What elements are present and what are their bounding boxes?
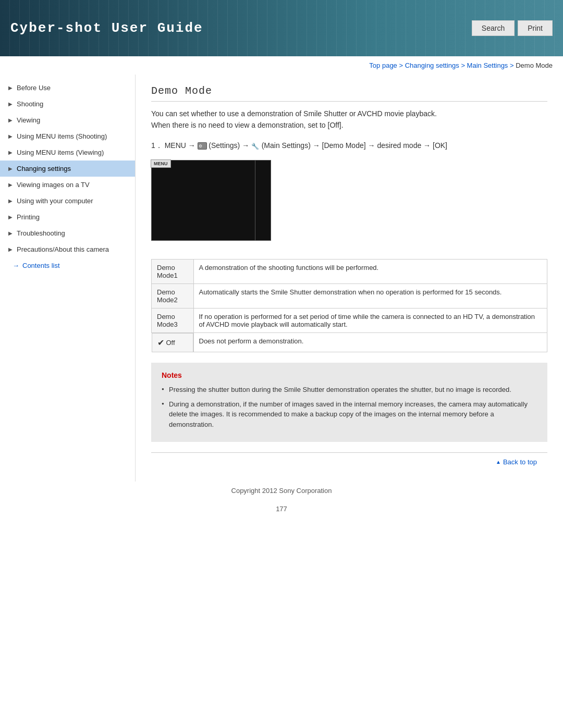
chevron-right-icon: ▶: [8, 150, 13, 155]
table-row: Demo Mode1 A demonstration of the shooti…: [152, 259, 547, 283]
demo-mode-table: Demo Mode1 A demonstration of the shooti…: [151, 259, 547, 353]
sidebar-item-troubleshooting[interactable]: ▶ Troubleshooting: [0, 225, 135, 241]
menu-button-label: MENU: [151, 159, 171, 168]
contents-list-link[interactable]: → Contents list: [0, 257, 135, 274]
breadcrumb-current: Demo Mode: [516, 61, 553, 69]
list-item: Pressing the shutter button during the S…: [162, 385, 537, 395]
notes-title: Notes: [162, 371, 537, 379]
sidebar-item-viewing[interactable]: ▶ Viewing: [0, 112, 135, 128]
sidebar-item-label: Troubleshooting: [17, 229, 65, 237]
step-main-settings: (Main Settings) → [Demo Mode] → desired …: [262, 141, 447, 150]
chevron-right-icon: ▶: [8, 198, 13, 204]
sidebar-item-label: Using MENU items (Shooting): [17, 132, 107, 140]
main-settings-icon: 🔧: [251, 142, 262, 150]
sidebar-item-label: Before Use: [17, 84, 51, 92]
camera-screen: MENU: [151, 160, 255, 241]
notes-section: Notes Pressing the shutter button during…: [151, 363, 547, 442]
sidebar-item-label: Using MENU items (Viewing): [17, 149, 104, 156]
mode-cell: ✔ Off: [152, 333, 193, 352]
breadcrumb-main-settings[interactable]: Main Settings: [467, 61, 508, 69]
arrow-right-icon: →: [13, 262, 19, 269]
step-menu: MENU →: [165, 141, 195, 150]
breadcrumb-changing-settings[interactable]: Changing settings: [405, 61, 459, 69]
description-cell: Does not perform a demonstration.: [193, 332, 547, 352]
page-number: 177: [0, 500, 563, 518]
description-line1: You can set whether to use a demonstrati…: [151, 108, 547, 119]
camera-screenshot: MENU: [151, 160, 271, 249]
chevron-right-icon: ▶: [8, 214, 13, 220]
table-row: Demo Mode3 If no operation is performed …: [152, 308, 547, 332]
camera-side-panel: [255, 160, 271, 241]
mode-cell: Demo Mode3: [152, 308, 194, 332]
chevron-right-icon: ▶: [8, 182, 13, 188]
back-to-top-link[interactable]: Back to top: [496, 458, 537, 466]
chevron-right-icon: ▶: [8, 101, 13, 107]
sidebar-item-using-menu-shooting[interactable]: ▶ Using MENU items (Shooting): [0, 128, 135, 144]
step-instruction: 1． MENU → ⚙ (Settings) → 🔧 (Main Setting…: [151, 140, 547, 152]
list-item: During a demonstration, if the number of…: [162, 399, 537, 430]
sidebar-item-shooting[interactable]: ▶ Shooting: [0, 96, 135, 112]
sidebar: ▶ Before Use ▶ Shooting ▶ Viewing ▶ Usin…: [0, 75, 136, 482]
sidebar-item-label: Viewing images on a TV: [17, 181, 90, 189]
step-settings-label: (Settings) →: [209, 141, 249, 150]
settings-icon: ⚙: [198, 142, 209, 150]
table-row: Demo Mode2 Automatically starts the Smil…: [152, 283, 547, 308]
site-title: Cyber-shot User Guide: [10, 20, 203, 36]
chevron-right-icon: ▶: [8, 117, 13, 123]
header-actions: Search Print: [472, 20, 553, 36]
sidebar-item-before-use[interactable]: ▶ Before Use: [0, 80, 135, 96]
search-button[interactable]: Search: [472, 20, 515, 36]
description-cell: If no operation is performed for a set p…: [193, 308, 547, 332]
sidebar-item-label: Viewing: [17, 116, 40, 124]
sidebar-item-precautions[interactable]: ▶ Precautions/About this camera: [0, 241, 135, 257]
print-button[interactable]: Print: [518, 20, 553, 36]
page-title: Demo Mode: [151, 85, 547, 102]
sidebar-item-label: Printing: [17, 213, 40, 221]
sidebar-item-label: Shooting: [17, 100, 43, 108]
sidebar-item-label: Using with your computer: [17, 197, 93, 205]
sidebar-item-label: Changing settings: [17, 165, 71, 172]
copyright: Copyright 2012 Sony Corporation: [0, 482, 563, 500]
description-cell: A demonstration of the shooting function…: [193, 259, 547, 283]
description-line2: When there is no need to view a demonstr…: [151, 119, 547, 131]
sidebar-item-using-menu-viewing[interactable]: ▶ Using MENU items (Viewing): [0, 144, 135, 161]
description-cell: Automatically starts the Smile Shutter d…: [193, 283, 547, 308]
sidebar-item-label: Precautions/About this camera: [17, 245, 109, 253]
contents-list-label: Contents list: [22, 262, 60, 269]
site-header: Cyber-shot User Guide Search Print: [0, 0, 563, 56]
sidebar-item-using-computer[interactable]: ▶ Using with your computer: [0, 193, 135, 209]
chevron-right-icon: ▶: [8, 85, 13, 91]
breadcrumb: Top page > Changing settings > Main Sett…: [0, 56, 563, 75]
chevron-right-icon: ▶: [8, 246, 13, 252]
main-content: Demo Mode You can set whether to use a d…: [136, 75, 563, 482]
table-row: ✔ Off Does not perform a demonstration.: [152, 332, 547, 352]
mode-cell: Demo Mode1: [152, 259, 194, 283]
off-label: Off: [166, 339, 175, 347]
page-description: You can set whether to use a demonstrati…: [151, 108, 547, 131]
mode-cell: Demo Mode2: [152, 283, 194, 308]
step-number: 1．: [151, 141, 163, 150]
checkmark-icon: ✔: [157, 338, 164, 348]
svg-text:🔧: 🔧: [251, 142, 259, 150]
notes-list: Pressing the shutter button during the S…: [162, 385, 537, 429]
content-footer: Back to top: [151, 452, 547, 471]
chevron-right-icon: ▶: [8, 230, 13, 236]
sidebar-item-printing[interactable]: ▶ Printing: [0, 209, 135, 225]
chevron-right-icon: ▶: [8, 133, 13, 139]
breadcrumb-top[interactable]: Top page: [369, 61, 397, 69]
svg-text:⚙: ⚙: [199, 144, 202, 149]
chevron-right-icon: ▶: [8, 166, 13, 171]
main-layout: ▶ Before Use ▶ Shooting ▶ Viewing ▶ Usin…: [0, 75, 563, 482]
sidebar-item-viewing-images-tv[interactable]: ▶ Viewing images on a TV: [0, 177, 135, 193]
sidebar-item-changing-settings[interactable]: ▶ Changing settings: [0, 161, 135, 177]
